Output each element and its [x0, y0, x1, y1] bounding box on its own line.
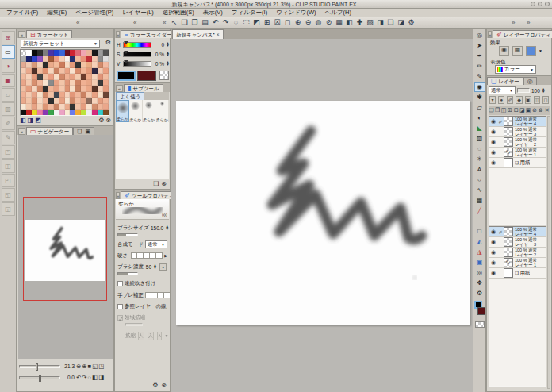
brush-size-stepper[interactable]: ▲▼ — [165, 225, 169, 230]
layer-thumbnail[interactable] — [504, 248, 513, 257]
area-scale-slider[interactable] — [125, 323, 143, 326]
reference-layer-checkbox[interactable] — [117, 304, 123, 309]
color-swatch-r10c6[interactable] — [54, 110, 59, 116]
color-swatch-r7c0[interactable] — [21, 92, 26, 98]
apply-mask-icon[interactable]: ⊘ — [532, 107, 538, 113]
panel-collapse-icon[interactable]: « — [116, 192, 120, 199]
line-correct-tool[interactable]: ∿ — [474, 185, 485, 195]
zoom-slider[interactable] — [19, 365, 60, 368]
color-swatch-r1c7[interactable] — [59, 56, 65, 63]
fit-screen-icon[interactable]: ◳ — [98, 363, 104, 370]
color-wheel-tab-icon[interactable]: ⊞ — [2, 31, 15, 44]
color-swatch-r0c6[interactable] — [54, 50, 59, 56]
divider-icon[interactable]: ⊗ — [538, 107, 543, 113]
color-swatch-r0c8[interactable] — [65, 50, 71, 56]
approx-color-tab-icon[interactable]: ▣ — [2, 74, 15, 87]
subtool-group-tab[interactable]: よく使う — [116, 92, 144, 100]
color-swatch-r5c13[interactable] — [92, 80, 98, 86]
slider-value-v[interactable]: 0 % — [153, 61, 164, 67]
color-swatch-r2c12[interactable] — [86, 62, 92, 68]
color-swatch-r8c4[interactable] — [43, 98, 48, 104]
menu-item-5[interactable]: 表示(V) — [203, 9, 223, 17]
layer-thumbnail[interactable] — [504, 237, 513, 247]
color-swatch-r5c7[interactable] — [59, 80, 65, 86]
slider-handle-icon[interactable] — [124, 60, 128, 63]
color-swatch-r6c15[interactable] — [103, 86, 109, 92]
hardness-expand-icon[interactable]: ▶ — [164, 255, 167, 257]
magnifier2-tool[interactable]: ◎ — [474, 267, 485, 278]
color-swatch-r4c8[interactable] — [65, 74, 71, 80]
hand-tool[interactable]: ✥ — [474, 278, 485, 288]
color-swatch-r6c13[interactable] — [92, 86, 98, 92]
blend-tool[interactable]: ◐ — [474, 113, 485, 123]
color-swatch-r2c0[interactable] — [21, 62, 26, 68]
color-swatch-r2c6[interactable] — [54, 62, 59, 68]
color-swatch-r1c9[interactable] — [70, 56, 75, 63]
color-swatch-r9c3[interactable] — [37, 104, 43, 110]
visibility-eye-icon[interactable]: ◉ — [489, 229, 497, 235]
layer-opacity-stepper[interactable]: ▲▼ — [542, 88, 546, 93]
layer-thumbnail[interactable] — [504, 137, 513, 147]
fill-tool[interactable]: ◣ — [474, 123, 485, 133]
menu-item-2[interactable]: ページ管理(P) — [75, 9, 113, 17]
color-swatch-r10c5[interactable] — [48, 110, 54, 116]
tool-reset-icon[interactable]: ⊗ — [161, 382, 167, 389]
edit-color-set-icon[interactable]: ⚙ — [105, 40, 111, 46]
color-swatch-r10c8[interactable] — [65, 110, 71, 116]
color-swatch-r10c7[interactable] — [59, 110, 65, 116]
color-swatch-r3c10[interactable] — [75, 68, 81, 75]
color-swatch-r9c14[interactable] — [98, 104, 103, 110]
zoom-out-icon[interactable]: ⊖ — [303, 18, 313, 26]
color-swatch-r0c5[interactable] — [48, 50, 54, 56]
color-swatch-r6c6[interactable] — [54, 86, 59, 92]
color-swatch-r8c12[interactable] — [86, 98, 92, 104]
color-swatch-r10c4[interactable] — [43, 110, 48, 116]
color-swatch-r8c3[interactable] — [37, 98, 43, 104]
layer-color-button[interactable] — [526, 46, 536, 56]
brush-size-slider[interactable] — [117, 233, 138, 236]
color-swatch-r5c11[interactable] — [81, 80, 86, 86]
color-swatch-r8c11[interactable] — [81, 98, 86, 104]
fit-view-icon[interactable]: ◍ — [313, 18, 324, 26]
color-swatch-r5c6[interactable] — [54, 80, 59, 86]
color-swatch-r6c12[interactable] — [86, 86, 92, 92]
slider-value-s[interactable]: 0 % — [153, 52, 164, 57]
color-swatch-r4c12[interactable] — [86, 74, 92, 80]
color-swatch-r5c9[interactable] — [70, 80, 75, 86]
color-swatch-r3c7[interactable] — [59, 68, 65, 75]
undo-icon[interactable]: ↶ — [210, 18, 220, 26]
menu-item-0[interactable]: ファイル(F) — [6, 9, 38, 17]
color-swatch-r7c5[interactable] — [48, 92, 54, 98]
expression-color-dropdown[interactable]: カラー ▼ — [495, 65, 536, 74]
folder-2-tab-icon[interactable]: ◫ — [2, 159, 15, 173]
color-swatch-r1c13[interactable] — [92, 56, 98, 63]
save-icon[interactable]: ❐ — [190, 18, 200, 26]
brush-tool[interactable]: ✎ — [474, 71, 485, 82]
color-swatch-r5c1[interactable] — [26, 80, 32, 86]
color-swatch-r2c13[interactable] — [92, 62, 98, 68]
material-tab-icon[interactable]: ▨ — [2, 102, 15, 116]
decoration-tool[interactable]: ✱ — [474, 92, 485, 102]
color-swatch-r5c10[interactable] — [75, 80, 81, 86]
deselect-icon[interactable]: ◌ — [231, 18, 241, 26]
color-swatch-r6c8[interactable] — [65, 86, 71, 92]
color-swatch-r3c3[interactable] — [37, 68, 43, 75]
color-swatch-r3c6[interactable] — [54, 68, 59, 75]
tab-layer-search[interactable]: ◎ — [523, 77, 537, 85]
color-swatch-r7c7[interactable] — [59, 92, 65, 98]
ruler-show-icon[interactable]: ◻ — [542, 96, 549, 104]
add-subtool-icon[interactable]: ❏ — [153, 181, 159, 187]
tab-tool-property[interactable]: ✐ ツールプロパティ — [121, 191, 178, 199]
flip-h-icon[interactable]: ◧ — [92, 375, 98, 381]
color-swatch-r5c14[interactable] — [98, 80, 103, 86]
minimize-button[interactable] — [531, 2, 535, 6]
effect-more-dropdown-arrow[interactable]: ▼ — [539, 48, 542, 53]
maximize-button[interactable] — [538, 2, 542, 6]
color-swatch-r5c5[interactable] — [48, 80, 54, 86]
density-value[interactable]: 50 — [146, 264, 151, 270]
color-swatch-r2c11[interactable] — [81, 62, 86, 68]
thumbnail-icon[interactable]: ● — [498, 96, 504, 104]
color-swatch-r6c2[interactable] — [32, 86, 37, 92]
color-swatch-r5c2[interactable] — [32, 80, 37, 86]
paper-icon[interactable]: ◫ — [501, 107, 507, 113]
